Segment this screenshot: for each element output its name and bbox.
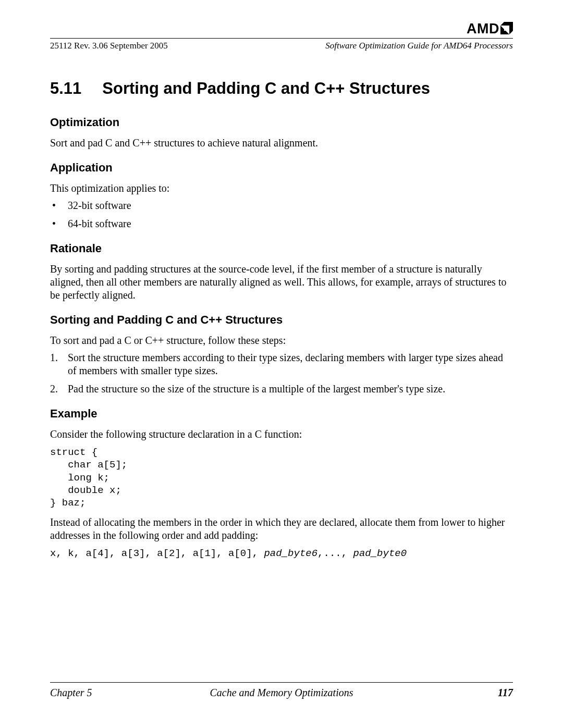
application-list: 32-bit software 64-bit software	[50, 199, 513, 230]
logo-row: AMD	[50, 0, 513, 37]
code-line: x, k, a[4], a[3], a[2], a[1], a[0], pad_…	[50, 547, 513, 560]
footer-page: 117	[498, 687, 513, 699]
section-number: 5.11	[50, 79, 81, 98]
footer-title: Cache and Memory Optimizations	[210, 687, 353, 699]
list-item: Sort the structure members according to …	[50, 351, 513, 377]
optimization-heading: Optimization	[50, 116, 513, 129]
code-italic: pad_byte0	[353, 548, 407, 559]
amd-logo: AMD	[467, 21, 513, 37]
sortpad-steps: Sort the structure members according to …	[50, 351, 513, 396]
code-block: struct { char a[5]; long k; double x; } …	[50, 446, 513, 510]
document-page: AMD 25112 Rev. 3.06 September 2005 Softw…	[50, 0, 513, 728]
code-text: ,...,	[317, 548, 353, 559]
section-heading: 5.11Sorting and Padding C and C++ Struct…	[50, 79, 513, 98]
sortpad-lead: To sort and pad a C or C++ structure, fo…	[50, 334, 513, 347]
footer-chapter: Chapter 5	[50, 687, 92, 699]
footer-rule	[50, 682, 513, 683]
rationale-text: By sorting and padding structures at the…	[50, 263, 513, 302]
amd-logo-text: AMD	[467, 21, 499, 36]
footer-row: Chapter 5 Cache and Memory Optimizations…	[50, 687, 513, 699]
optimization-text: Sort and pad C and C++ structures to ach…	[50, 137, 513, 150]
doc-title: Software Optimization Guide for AMD64 Pr…	[325, 41, 513, 51]
code-italic: pad_byte6	[264, 548, 317, 559]
header-rule	[50, 38, 513, 39]
amd-arrow-icon	[500, 22, 513, 36]
example-lead: Consider the following structure declara…	[50, 428, 513, 441]
list-item: 32-bit software	[50, 199, 513, 212]
list-item: 64-bit software	[50, 217, 513, 230]
section-title: Sorting and Padding C and C++ Structures	[102, 79, 430, 97]
rationale-heading: Rationale	[50, 242, 513, 255]
example-heading: Example	[50, 407, 513, 421]
code-text: x, k, a[4], a[3], a[2], a[1], a[0],	[50, 548, 264, 559]
doc-id: 25112 Rev. 3.06 September 2005	[50, 41, 168, 51]
header-row: 25112 Rev. 3.06 September 2005 Software …	[50, 41, 513, 51]
application-lead: This optimization applies to:	[50, 182, 513, 195]
page-footer: Chapter 5 Cache and Memory Optimizations…	[50, 682, 513, 699]
example-after-lead: Instead of allocating the members in the…	[50, 516, 513, 542]
sortpad-heading: Sorting and Padding C and C++ Structures	[50, 313, 513, 327]
list-item: Pad the structure so the size of the str…	[50, 382, 513, 396]
application-heading: Application	[50, 161, 513, 175]
